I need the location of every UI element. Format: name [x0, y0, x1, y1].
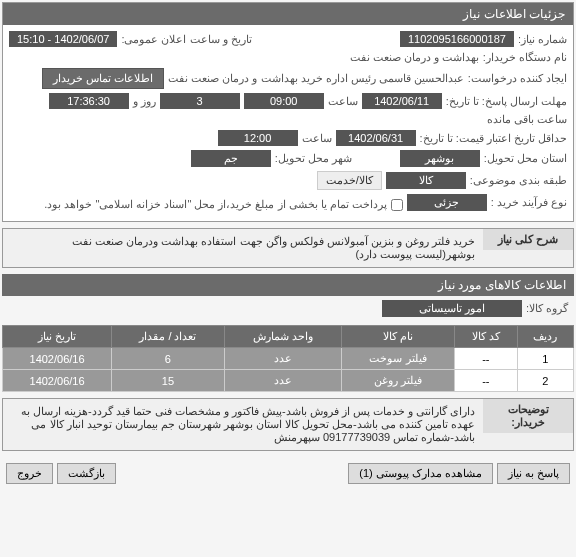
- attachments-button[interactable]: مشاهده مدارک پیوستی (1): [348, 463, 493, 484]
- announce-label: تاریخ و ساعت اعلان عمومی:: [121, 33, 251, 46]
- th-row: ردیف: [517, 326, 573, 348]
- creator-label: ایجاد کننده درخواست:: [468, 72, 567, 85]
- deliver-prov: بوشهر: [400, 150, 480, 167]
- announce-value: 1402/06/07 - 15:10: [9, 31, 117, 47]
- description-panel: شرح کلی نیاز خرید فلتر روغن و بنزین آمبو…: [2, 228, 574, 268]
- group-value: امور تاسیساتی: [382, 300, 522, 317]
- buyer-dev-value: بهداشت و درمان صنعت نفت: [350, 51, 479, 64]
- th-date: تاریخ نیاز: [3, 326, 112, 348]
- need-no-value: 1102095166000187: [400, 31, 514, 47]
- deliver-city-label: شهر محل تحویل:: [275, 152, 352, 165]
- days-label: روز و: [133, 95, 156, 108]
- cell: عدد: [224, 370, 342, 392]
- cell: 2: [517, 370, 573, 392]
- cat-service: کالا/خدمت: [317, 171, 382, 190]
- deliver-prov-label: استان محل تحویل:: [484, 152, 567, 165]
- cell: 1402/06/16: [3, 348, 112, 370]
- buyer-dev-label: نام دستگاه خریدار:: [483, 51, 567, 64]
- table-row: 2 -- فیلتر روغن عدد 15 1402/06/16: [3, 370, 574, 392]
- payment-note: پرداخت تمام یا بخشی از مبلغ خرید،از محل …: [44, 198, 387, 211]
- desc-label: شرح کلی نیاز: [483, 229, 573, 250]
- notes-panel: توضیحات خریدار: دارای گارانتی و خدمات پس…: [2, 398, 574, 451]
- cell: عدد: [224, 348, 342, 370]
- cell: فیلتر روغن: [342, 370, 454, 392]
- notes-label: توضیحات خریدار:: [483, 399, 573, 433]
- creator-value: عبدالحسین قاسمی رئیس اداره خرید بهداشت و…: [168, 72, 464, 85]
- cell: 1402/06/16: [3, 370, 112, 392]
- cell: 15: [112, 370, 225, 392]
- details-panel: جزئیات اطلاعات نیاز شماره نیاز: 11020951…: [2, 2, 574, 222]
- group-label: گروه کالا:: [526, 302, 568, 315]
- category-label: طبقه بندی موضوعی:: [470, 174, 567, 187]
- th-code: کد کالا: [454, 326, 517, 348]
- desc-text: خرید فلتر روغن و بنزین آمبولانس فولکس وا…: [3, 229, 483, 267]
- contact-button[interactable]: اطلاعات تماس خریدار: [42, 68, 164, 89]
- cell: 1: [517, 348, 573, 370]
- items-table: ردیف کد کالا نام کالا واحد شمارش تعداد /…: [2, 325, 574, 392]
- notes-text: دارای گارانتی و خدمات پس از فروش باشد-پی…: [3, 399, 483, 450]
- back-button[interactable]: بازگشت: [57, 463, 116, 484]
- min-valid-date: 1402/06/31: [336, 130, 416, 146]
- need-no-label: شماره نیاز:: [518, 33, 567, 46]
- cell: --: [454, 370, 517, 392]
- th-name: نام کالا: [342, 326, 454, 348]
- cell: فیلتر سوخت: [342, 348, 454, 370]
- table-row: 1 -- فیلتر سوخت عدد 6 1402/06/16: [3, 348, 574, 370]
- deadline-label: مهلت ارسال پاسخ: تا تاریخ:: [446, 95, 567, 108]
- min-valid-time: 12:00: [218, 130, 298, 146]
- deliver-city: جم: [191, 150, 271, 167]
- payment-checkbox[interactable]: [391, 199, 403, 211]
- min-valid-label: حداقل تاریخ اعتبار قیمت: تا تاریخ:: [420, 132, 567, 145]
- remain-time: 17:36:30: [49, 93, 129, 109]
- time-label-1: ساعت: [328, 95, 358, 108]
- deadline-time: 09:00: [244, 93, 324, 109]
- process-value: جزئی: [407, 194, 487, 211]
- reply-button[interactable]: پاسخ به نیاز: [497, 463, 570, 484]
- panel-body: شماره نیاز: 1102095166000187 تاریخ و ساع…: [3, 25, 573, 221]
- th-qty: تعداد / مقدار: [112, 326, 225, 348]
- deadline-date: 1402/06/11: [362, 93, 442, 109]
- cat-goods: کالا: [386, 172, 466, 189]
- panel-title: جزئیات اطلاعات نیاز: [3, 3, 573, 25]
- items-header: اطلاعات کالاهای مورد نیاز: [2, 274, 574, 296]
- cell: 6: [112, 348, 225, 370]
- th-unit: واحد شمارش: [224, 326, 342, 348]
- days-value: 3: [160, 93, 240, 109]
- process-label: نوع فرآیند خرید :: [491, 196, 567, 209]
- table-header-row: ردیف کد کالا نام کالا واحد شمارش تعداد /…: [3, 326, 574, 348]
- cell: --: [454, 348, 517, 370]
- remain-label: ساعت باقی مانده: [487, 113, 567, 126]
- exit-button[interactable]: خروج: [6, 463, 53, 484]
- footer: پاسخ به نیاز مشاهده مدارک پیوستی (1) باز…: [0, 457, 576, 490]
- time-label-2: ساعت: [302, 132, 332, 145]
